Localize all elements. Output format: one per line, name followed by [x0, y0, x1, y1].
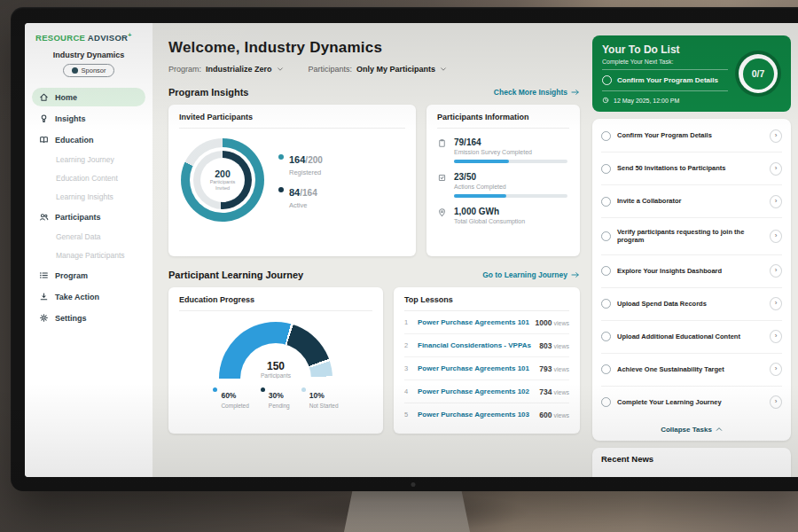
- check-more-insights-link[interactable]: Check More Insights: [494, 88, 580, 97]
- sidebar-item-take-action[interactable]: Take Action: [32, 287, 145, 306]
- lesson-views-label: views: [553, 343, 569, 349]
- legend-label: Pending: [269, 403, 290, 409]
- lesson-row: 1 Power Purchase Agreements 101 1000view…: [404, 311, 569, 334]
- sidebar-item-label: General Data: [56, 232, 101, 241]
- chevron-right-icon[interactable]: ›: [770, 330, 782, 343]
- task-row[interactable]: Confirm Your Program Details ›: [601, 120, 782, 153]
- chevron-right-icon[interactable]: ›: [770, 363, 782, 376]
- metric-value: 1,000 GWh: [454, 207, 525, 216]
- task-row[interactable]: Verify participants requesting to join t…: [601, 218, 782, 255]
- metric-value: 23/50: [454, 172, 567, 182]
- next-task-row[interactable]: Confirm Your Program Details: [602, 69, 728, 91]
- lesson-link[interactable]: Power Purchase Agreements 101: [418, 364, 539, 372]
- chevron-down-icon: [440, 66, 447, 73]
- task-checkbox[interactable]: [601, 299, 611, 309]
- sidebar-item-label: Education: [55, 136, 94, 145]
- task-row[interactable]: Invite a Collaborator ›: [601, 185, 782, 218]
- todo-panel: Your To Do List Complete Your Next Task:…: [592, 23, 798, 477]
- metric-row-emission: 79/164 Emission Survey Completed: [437, 137, 569, 163]
- education-progress-card: Education Progress 150 Participants 60%: [168, 287, 383, 434]
- lesson-row: 2 Financial Considerations - VPPAs 803vi…: [404, 334, 569, 357]
- lesson-link[interactable]: Power Purchase Agreements 102: [418, 387, 539, 395]
- go-to-learning-journey-link[interactable]: Go to Learning Journey: [482, 270, 580, 279]
- lesson-link[interactable]: Financial Considerations - VPPAs: [418, 341, 539, 349]
- sidebar-item-education[interactable]: Education: [32, 130, 145, 149]
- invited-participants-card: Invited Participants 200 Participants In…: [168, 105, 416, 256]
- actions-progress-fill: [454, 194, 506, 198]
- legend-value: 84: [289, 187, 300, 198]
- legend-dot-active: [278, 187, 284, 192]
- sidebar-item-settings[interactable]: Settings: [32, 309, 145, 327]
- metric-value: 79/164: [454, 137, 567, 147]
- org-name: Industry Dynamics: [32, 51, 145, 59]
- lesson-link[interactable]: Power Purchase Agreements 103: [418, 411, 539, 419]
- collapse-tasks-button[interactable]: Collapse Tasks: [601, 419, 782, 437]
- sidebar-item-learning-journey[interactable]: Learning Journey: [32, 152, 145, 168]
- sidebar-item-learning-insights[interactable]: Learning Insights: [32, 189, 145, 205]
- home-icon: [39, 92, 49, 102]
- task-label: Confirm Your Program Details: [617, 131, 763, 140]
- due-date: 12 May 2025, 12:00 PM: [614, 98, 679, 104]
- arrow-right-icon: [571, 89, 580, 96]
- logo-plus-mark: +: [128, 32, 131, 38]
- sidebar-item-label: Learning Insights: [56, 192, 113, 201]
- chevron-right-icon[interactable]: ›: [770, 129, 782, 143]
- lesson-views-label: views: [553, 389, 569, 395]
- todo-subtitle: Complete Your Next Task:: [602, 59, 728, 65]
- legend-value: 164: [289, 154, 305, 165]
- chevron-right-icon[interactable]: ›: [770, 395, 782, 409]
- sidebar-item-program[interactable]: Program: [32, 266, 145, 285]
- task-checkbox[interactable]: [601, 397, 611, 407]
- filter-bar: Program: Industrialize Zero Participants…: [168, 65, 580, 74]
- task-checkbox[interactable]: [602, 75, 612, 85]
- task-row[interactable]: Complete Your Learning Journey ›: [601, 387, 782, 419]
- lesson-rank: 5: [404, 411, 418, 419]
- recent-news-card: Recent News: [592, 448, 791, 478]
- sidebar-item-education-content[interactable]: Education Content: [32, 170, 145, 186]
- sponsor-badge[interactable]: Sponsor: [63, 64, 115, 77]
- sidebar-item-home[interactable]: Home: [32, 88, 145, 106]
- legend-item-active: 84/164 Active: [278, 184, 323, 209]
- task-checkbox[interactable]: [601, 266, 611, 276]
- task-row[interactable]: Send 50 Invitations to Participants ›: [601, 153, 782, 185]
- sidebar: RESOURCE ADVISOR+ Industry Dynamics Spon…: [25, 23, 153, 477]
- chevron-right-icon[interactable]: ›: [770, 297, 782, 310]
- donut-center-label: Participants Invited: [200, 179, 245, 192]
- task-row[interactable]: Achieve One Sustainability Target ›: [601, 354, 782, 387]
- task-checkbox[interactable]: [601, 332, 611, 341]
- task-row[interactable]: Explore Your Insights Dashboard ›: [601, 255, 782, 288]
- chevron-right-icon[interactable]: ›: [770, 264, 782, 278]
- task-checkbox[interactable]: [601, 197, 611, 207]
- task-label: Verify participants requesting to join t…: [617, 228, 763, 246]
- sidebar-item-label: Manage Participants: [56, 251, 125, 260]
- program-filter-dropdown[interactable]: Program: Industrialize Zero: [168, 65, 284, 74]
- sidebar-item-general-data[interactable]: General Data: [32, 229, 145, 245]
- insights-cards-row: Invited Participants 200 Participants In…: [168, 105, 580, 256]
- todo-progress-ring: 0/7: [735, 51, 781, 97]
- sidebar-item-manage-participants[interactable]: Manage Participants: [32, 247, 145, 263]
- legend-dot-pending: [261, 387, 265, 392]
- task-label: Explore Your Insights Dashboard: [617, 267, 763, 276]
- task-checkbox[interactable]: [601, 231, 611, 241]
- chevron-right-icon[interactable]: ›: [770, 230, 782, 243]
- emission-progress-fill: [454, 160, 509, 163]
- lesson-rank: 1: [404, 318, 418, 326]
- program-filter-label: Program:: [168, 65, 201, 74]
- task-checkbox[interactable]: [601, 131, 611, 141]
- page-title: Welcome, Industry Dynamics: [168, 39, 580, 57]
- chevron-right-icon[interactable]: ›: [770, 162, 782, 176]
- task-row[interactable]: Upload Spend Data Records ›: [601, 288, 782, 321]
- todo-task-list: Confirm Your Program Details › Send 50 I…: [592, 119, 791, 441]
- task-checkbox[interactable]: [601, 364, 611, 374]
- lesson-link[interactable]: Power Purchase Agreements 101: [418, 318, 536, 326]
- chevron-right-icon[interactable]: ›: [770, 195, 782, 208]
- sidebar-item-insights[interactable]: Insights: [32, 109, 145, 128]
- participants-filter-dropdown[interactable]: Participants: Only My Participants: [309, 65, 448, 74]
- task-checkbox[interactable]: [601, 164, 611, 174]
- task-row[interactable]: Upload Additional Educational Content ›: [601, 321, 782, 354]
- card-title: Top Lessons: [404, 295, 569, 311]
- sidebar-item-participants[interactable]: Participants: [32, 207, 145, 226]
- app-logo: RESOURCE ADVISOR+: [32, 32, 145, 43]
- due-date-row: 12 May 2025, 12:00 PM: [602, 97, 728, 104]
- todo-title: Your To Do List: [602, 43, 728, 56]
